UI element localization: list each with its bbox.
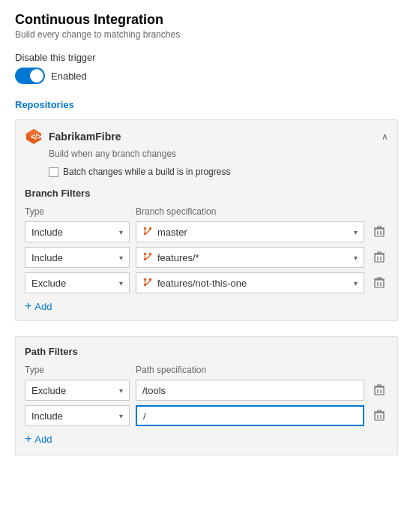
branch-add-plus-icon: + xyxy=(25,299,31,313)
page-subtitle: Build every change to matching branches xyxy=(15,29,398,40)
svg-rect-27 xyxy=(375,387,384,395)
path-type-header: Type xyxy=(25,365,130,375)
repo-icon: </> xyxy=(25,128,43,146)
path-delete-1[interactable] xyxy=(370,407,388,425)
branch-spec-text-1: features/* xyxy=(157,252,199,263)
svg-point-3 xyxy=(144,227,147,230)
branch-spec-2[interactable]: features/not-this-one ▾ xyxy=(136,272,364,293)
branch-filter-row-0: Include ▾ master ▾ xyxy=(25,221,388,242)
svg-rect-23 xyxy=(375,280,384,287)
path-type-select-0[interactable]: Exclude ▾ xyxy=(25,380,130,401)
repo-description: Build when any branch changes xyxy=(49,149,388,159)
branch-type-value-1: Include xyxy=(31,252,63,263)
branch-type-select-2[interactable]: Exclude ▾ xyxy=(25,272,130,293)
path-chevron-down-1: ▾ xyxy=(119,412,123,420)
path-chevron-down-0: ▾ xyxy=(119,386,123,395)
svg-rect-7 xyxy=(375,229,384,236)
branch-spec-arrow-1: ▾ xyxy=(354,254,358,262)
svg-point-19 xyxy=(144,278,147,281)
repo-card: </> FabrikamFibre ∧ Build when any branc… xyxy=(15,119,398,321)
branch-icon-0 xyxy=(142,226,153,239)
branch-spec-arrow-0: ▾ xyxy=(354,228,358,236)
branch-filters-title: Branch Filters xyxy=(25,188,388,199)
branch-icon-1 xyxy=(142,251,153,264)
path-spec-header: Path specification xyxy=(136,365,388,375)
branch-filter-row-2: Exclude ▾ features/not-this-one xyxy=(25,272,388,293)
branch-delete-2[interactable] xyxy=(370,274,388,292)
path-filter-row-1: Include ▾ xyxy=(25,405,388,426)
branch-spec-header: Branch specification xyxy=(136,206,388,217)
path-type-select-1[interactable]: Include ▾ xyxy=(25,405,130,426)
branch-icon-2 xyxy=(142,277,153,290)
branch-add-button[interactable]: + Add xyxy=(25,299,52,313)
path-spec-input-1[interactable] xyxy=(136,405,364,426)
branch-spec-arrow-2: ▾ xyxy=(354,279,358,287)
branch-spec-0[interactable]: master ▾ xyxy=(136,221,364,242)
branch-type-header: Type xyxy=(25,206,130,217)
path-add-label: Add xyxy=(34,434,52,445)
path-filter-row-0: Exclude ▾ xyxy=(25,380,388,401)
chevron-down-icon-0: ▾ xyxy=(119,228,123,236)
branch-spec-text-2: features/not-this-one xyxy=(157,278,247,289)
batch-checkbox[interactable] xyxy=(49,167,58,177)
path-spec-input-0[interactable] xyxy=(136,380,364,401)
repo-name: FabrikamFibre xyxy=(49,131,376,143)
svg-point-4 xyxy=(149,227,152,230)
path-type-value-1: Include xyxy=(31,410,63,422)
toggle-status: Enabled xyxy=(51,71,87,82)
path-add-button[interactable]: + Add xyxy=(25,432,52,446)
svg-rect-31 xyxy=(375,413,384,420)
batch-label: Batch changes while a build is in progre… xyxy=(63,167,230,177)
chevron-down-icon-1: ▾ xyxy=(119,254,123,262)
path-type-value-0: Exclude xyxy=(31,385,66,396)
svg-text:</>: </> xyxy=(31,133,42,141)
svg-rect-15 xyxy=(375,254,384,262)
branch-type-select-1[interactable]: Include ▾ xyxy=(25,247,130,268)
branch-spec-1[interactable]: features/* ▾ xyxy=(136,247,364,268)
branch-add-label: Add xyxy=(34,301,52,312)
branch-type-value-2: Exclude xyxy=(31,278,66,289)
trigger-label: Disable this trigger xyxy=(15,52,398,63)
path-filters-title: Path Filters xyxy=(25,346,388,357)
branch-delete-0[interactable] xyxy=(370,223,388,241)
path-add-plus-icon: + xyxy=(25,432,31,446)
enable-toggle[interactable] xyxy=(15,68,45,84)
path-delete-0[interactable] xyxy=(370,381,388,399)
svg-point-11 xyxy=(144,252,147,255)
branch-spec-text-0: master xyxy=(157,227,187,238)
svg-point-20 xyxy=(149,278,152,281)
chevron-down-icon-2: ▾ xyxy=(119,279,123,287)
branch-filter-row-1: Include ▾ features/* ▾ xyxy=(25,247,388,268)
svg-point-12 xyxy=(149,252,152,255)
branch-type-value-0: Include xyxy=(31,227,63,238)
branch-type-select-0[interactable]: Include ▾ xyxy=(25,221,130,242)
repositories-title: Repositories xyxy=(15,99,398,110)
branch-delete-1[interactable] xyxy=(370,248,388,266)
repo-collapse-icon[interactable]: ∧ xyxy=(382,131,388,142)
page-title: Continuous Integration xyxy=(15,12,398,28)
